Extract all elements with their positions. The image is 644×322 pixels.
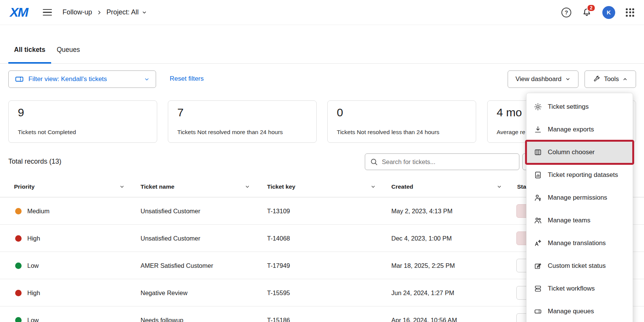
chevron-up-icon — [622, 77, 628, 82]
edit-icon — [534, 262, 542, 270]
priority-dot — [15, 317, 22, 322]
total-records-label: Total records (13) — [8, 158, 61, 166]
created-cell: May 2, 2023, 4:13 PM — [391, 197, 452, 225]
menu-item-ticket-workflows[interactable]: Ticket workflows — [527, 277, 633, 300]
ticket-key-cell: T-14068 — [267, 225, 290, 252]
column-header-ticket-name[interactable]: Ticket name — [141, 176, 250, 197]
chevron-down-icon — [370, 184, 376, 189]
tab-queues[interactable]: Queues — [51, 43, 86, 64]
chevron-down-icon — [142, 10, 147, 15]
priority-cell: High — [15, 225, 40, 252]
menu-item-manage-queues[interactable]: Manage queues — [527, 300, 633, 322]
priority-dot — [15, 263, 22, 269]
priority-label: Low — [27, 317, 39, 322]
created-cell: Mar 18, 2025, 2:25 PM — [391, 252, 455, 279]
wrench-icon — [593, 75, 600, 83]
ticket-key-cell: T-17949 — [267, 252, 290, 279]
breadcrumb: Follow-up Project: All — [63, 8, 147, 16]
priority-cell: Low — [15, 252, 39, 279]
ticket-key-cell: T-15595 — [267, 279, 290, 306]
stat-label: Tickets Not resolved more than 24 hours — [177, 129, 307, 136]
priority-dot — [15, 290, 22, 296]
priority-cell: Medium — [15, 197, 50, 225]
translate-icon — [534, 239, 542, 247]
ticket-name-cell: AMER Satisfied Customer — [141, 252, 213, 279]
menu-item-ticket-reporting-datasets[interactable]: Ticket reporting datasets — [527, 164, 633, 186]
priority-label: High — [27, 289, 40, 297]
search-box — [365, 153, 519, 170]
chevron-down-icon — [497, 184, 502, 189]
workflow-icon — [534, 284, 542, 293]
stat-card-over-24h: 7 Tickets Not resolved more than 24 hour… — [168, 100, 317, 143]
stat-value: 9 — [18, 106, 148, 119]
tools-button[interactable]: Tools — [585, 70, 636, 88]
created-cell: Apr 16, 2024, 10:56 AM — [391, 306, 457, 322]
ticket-name-cell: Unsatisfied Customer — [141, 197, 200, 225]
avatar[interactable]: K — [602, 6, 615, 19]
priority-label: Low — [27, 262, 39, 269]
ticket-key-cell: T-13109 — [267, 197, 290, 225]
column-header-priority[interactable]: Priority — [14, 176, 125, 197]
top-bar: XM Follow-up Project: All ? 2 K — [0, 0, 644, 25]
ticket-key-cell: T-15186 — [267, 306, 290, 322]
apps-grid-icon[interactable] — [626, 8, 634, 17]
chevron-down-icon — [565, 77, 571, 82]
menu-item-column-chooser[interactable]: Column chooser — [527, 141, 633, 164]
tabs-divider — [0, 63, 644, 64]
tab-all-tickets[interactable]: All tickets — [8, 43, 51, 64]
chevron-right-icon — [97, 10, 102, 15]
queue-icon — [534, 307, 542, 316]
topbar-actions: ? 2 K — [561, 6, 634, 19]
menu-item-custom-ticket-status[interactable]: Custom ticket status — [527, 255, 633, 277]
reset-filters-link[interactable]: Reset filters — [170, 75, 204, 83]
stat-card-not-completed: 9 Tickets not Completed — [8, 100, 157, 143]
person-key-icon — [534, 194, 542, 202]
people-icon — [534, 216, 542, 225]
created-cell: Jun 24, 2024, 1:27 PM — [391, 279, 454, 306]
report-icon — [534, 171, 542, 179]
menu-item-manage-exports[interactable]: Manage exports — [527, 118, 633, 141]
chevron-down-icon — [119, 184, 125, 189]
priority-dot — [15, 208, 22, 214]
columns-icon — [534, 148, 542, 156]
help-icon[interactable]: ? — [561, 8, 571, 17]
ticket-icon — [15, 75, 24, 84]
gear-icon — [534, 103, 542, 111]
menu-item-manage-translations[interactable]: Manage translations — [527, 232, 633, 255]
breadcrumb-project[interactable]: Project: All — [106, 8, 147, 16]
priority-label: Medium — [27, 208, 50, 215]
ticket-name-cell: Unsatisfied Customer — [141, 225, 200, 252]
chevron-down-icon — [245, 184, 250, 189]
menu-item-manage-permissions[interactable]: Manage permissions — [527, 186, 633, 209]
filter-view-dropdown[interactable]: Filter view: Kendall's tickets — [8, 70, 156, 88]
search-icon — [370, 158, 378, 166]
search-input[interactable] — [382, 158, 514, 166]
stat-value: 7 — [177, 106, 307, 119]
menu-item-ticket-settings[interactable]: Ticket settings — [527, 95, 633, 118]
ticket-name-cell: Negative Review — [141, 279, 188, 306]
priority-dot — [15, 235, 22, 242]
priority-cell: Low — [15, 306, 39, 322]
stat-label: Tickets not Completed — [18, 129, 148, 136]
download-icon — [534, 125, 542, 134]
column-header-ticket-key[interactable]: Ticket key — [267, 176, 376, 197]
priority-cell: High — [15, 279, 40, 306]
breadcrumb-section[interactable]: Follow-up — [63, 8, 92, 16]
view-dashboard-button[interactable]: View dashboard — [508, 70, 578, 88]
notification-badge: 2 — [587, 4, 596, 12]
hamburger-menu-icon[interactable] — [43, 9, 52, 16]
created-cell: Dec 4, 2023, 1:00 PM — [391, 225, 452, 252]
priority-label: High — [27, 235, 40, 242]
stat-value: 0 — [337, 106, 467, 119]
xm-logo[interactable]: XM — [10, 5, 28, 20]
stat-label: Tickets Not resolved less than 24 hours — [337, 129, 467, 136]
stat-card-under-24h: 0 Tickets Not resolved less than 24 hour… — [327, 100, 476, 143]
ticket-name-cell: Needs followup — [141, 306, 183, 322]
tools-menu: Ticket settings Manage exports Column ch… — [526, 93, 633, 322]
menu-item-manage-teams[interactable]: Manage teams — [527, 209, 633, 232]
notifications-button[interactable]: 2 — [582, 8, 592, 17]
app-window: XM Follow-up Project: All ? 2 K — [0, 0, 644, 322]
column-header-created[interactable]: Created — [391, 176, 502, 197]
main-tabs: All tickets Queues — [8, 43, 86, 64]
chevron-down-icon — [144, 77, 150, 82]
